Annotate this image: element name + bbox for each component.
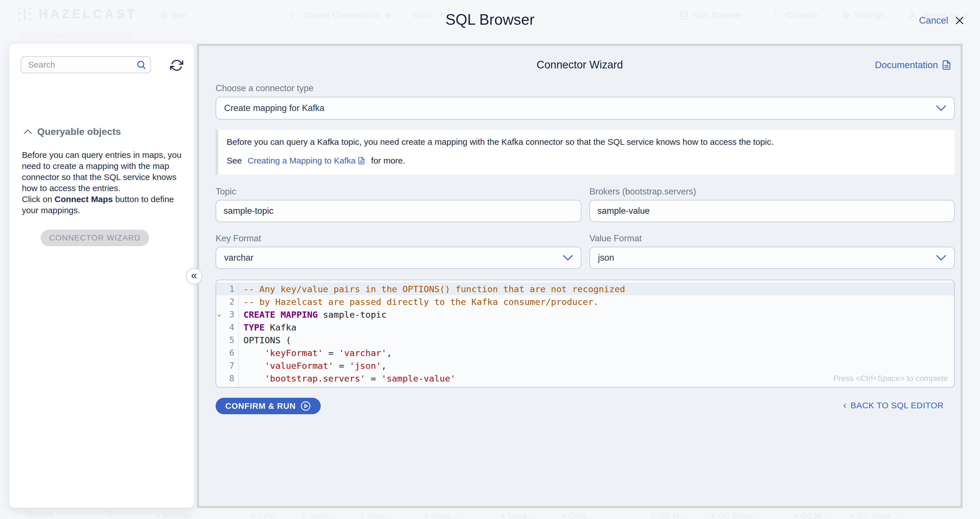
connector-wizard-panel: Connector Wizard Documentation Choose a … [197, 44, 963, 508]
line-number-gutter: 8 [216, 372, 239, 385]
refresh-icon [170, 59, 183, 72]
code-line-text: 'valueFormat' = 'json', [239, 360, 387, 371]
code-lines: 1-- Any key/value pairs in the OPTIONS()… [216, 283, 954, 387]
line-number: 5 [229, 335, 234, 345]
line-number-gutter: 7 [216, 359, 239, 372]
close-icon[interactable] [954, 15, 965, 26]
line-number: 1 [229, 284, 234, 294]
line-number-gutter: 1 [216, 283, 239, 295]
queryable-objects-sidebar: Queryable objects Before you can query e… [10, 44, 194, 508]
code-line[interactable]: 1-- Any key/value pairs in the OPTIONS()… [216, 283, 954, 295]
info-see-text: See [227, 156, 242, 165]
document-icon [357, 157, 365, 165]
wizard-title: Connector Wizard [199, 59, 960, 71]
code-line-text: 'keyFormat' = 'varchar', [239, 348, 392, 358]
brokers-input[interactable] [589, 200, 955, 222]
confirm-button-label: CONFIRM & RUN [225, 402, 296, 411]
line-number-gutter: 4 [216, 321, 239, 333]
key-format-value: varchar [224, 253, 253, 263]
fold-marker-icon[interactable]: ⌄ [217, 310, 221, 317]
topic-label: Topic [216, 187, 236, 197]
connector-type-label: Choose a connector type [216, 83, 313, 94]
code-line-text: OPTIONS ( [239, 335, 291, 345]
code-line[interactable]: 4TYPE Kafka [216, 321, 954, 333]
key-format-select[interactable]: varchar [216, 247, 581, 269]
code-line-text: -- by Hazelcast are passed directly to t… [239, 297, 598, 307]
line-number-gutter: 6 [216, 346, 239, 359]
document-icon [941, 60, 951, 70]
chevron-down-icon [936, 105, 946, 111]
double-chevron-left-icon: « [191, 270, 197, 281]
cancel-button[interactable]: Cancel [919, 15, 948, 26]
key-format-label: Key Format [216, 233, 261, 244]
connector-type-value: Create mapping for Kafka [224, 103, 325, 113]
code-line[interactable]: 6 'keyFormat' = 'varchar', [216, 346, 954, 359]
code-line[interactable]: 5OPTIONS ( [216, 333, 954, 346]
chevron-up-icon [24, 129, 32, 134]
line-number: 2 [229, 297, 234, 306]
info-more-text: for more. [371, 156, 405, 165]
code-line-text: 'bootstrap.servers' = 'sample-value' [239, 373, 456, 384]
chevron-down-icon [563, 254, 573, 261]
line-number-gutter: 9 [216, 385, 239, 387]
play-circle-icon [300, 401, 311, 411]
line-number: 3 [229, 309, 234, 319]
brokers-label: Brokers (bootstrap.servers) [589, 187, 696, 197]
code-line-text: CREATE MAPPING sample-topic [239, 309, 387, 320]
kafka-mapping-doc-link[interactable]: Creating a Mapping to Kafka [248, 156, 356, 165]
sidebar-section-title: Queryable objects [37, 126, 121, 137]
value-format-label: Value Format [589, 233, 642, 244]
code-line[interactable]: 9) [216, 385, 954, 387]
chevron-left-icon: ‹ [843, 400, 846, 411]
search-icon [136, 60, 146, 70]
value-format-value: json [598, 253, 614, 263]
autocomplete-hint: Press <Ctrl+Space> to complete [833, 374, 948, 383]
code-line-text: -- Any key/value pairs in the OPTIONS() … [239, 284, 625, 294]
documentation-link[interactable]: Documentation [875, 60, 951, 70]
line-number: 6 [229, 348, 234, 358]
back-link-label: BACK TO SQL EDITOR [851, 401, 943, 410]
connect-maps-emphasis: Connect Maps [54, 195, 113, 204]
code-line[interactable]: 2-- by Hazelcast are passed directly to … [216, 295, 954, 308]
line-number: 4 [229, 322, 234, 332]
line-number: 7 [229, 360, 234, 370]
connector-wizard-button[interactable]: CONNECTOR WIZARD [41, 230, 149, 246]
code-line[interactable]: 7 'valueFormat' = 'json', [216, 359, 954, 372]
sql-code-editor[interactable]: 1-- Any key/value pairs in the OPTIONS()… [216, 280, 955, 387]
line-number-gutter: ⌄3 [216, 308, 239, 321]
sidebar-collapse-button[interactable]: « [186, 268, 202, 284]
kafka-info-box: Before you can query a Kafka topic, you … [216, 130, 955, 175]
sidebar-description: Before you can query entries in maps, yo… [22, 149, 181, 216]
search-input[interactable] [21, 56, 151, 73]
line-number: 8 [229, 373, 234, 383]
back-to-sql-editor-link[interactable]: ‹ BACK TO SQL EDITOR [843, 400, 943, 411]
chevron-down-icon [936, 254, 946, 261]
line-number-gutter: 2 [216, 295, 239, 308]
value-format-select[interactable]: json [589, 247, 955, 269]
topic-input[interactable] [216, 200, 581, 222]
connector-type-select[interactable]: Create mapping for Kafka [216, 97, 955, 119]
line-number: 9 [229, 386, 234, 387]
page-title: SQL Browser [0, 11, 980, 28]
confirm-and-run-button[interactable]: CONFIRM & RUN [216, 398, 321, 414]
queryable-objects-toggle[interactable]: Queryable objects [24, 126, 121, 137]
code-line-text: TYPE Kafka [239, 322, 297, 332]
code-line-text: ) [239, 386, 249, 388]
line-number-gutter: 5 [216, 333, 239, 346]
refresh-button[interactable] [169, 58, 184, 73]
code-line[interactable]: ⌄3CREATE MAPPING sample-topic [216, 308, 954, 321]
info-text: Before you can query a Kafka topic, you … [227, 137, 773, 147]
